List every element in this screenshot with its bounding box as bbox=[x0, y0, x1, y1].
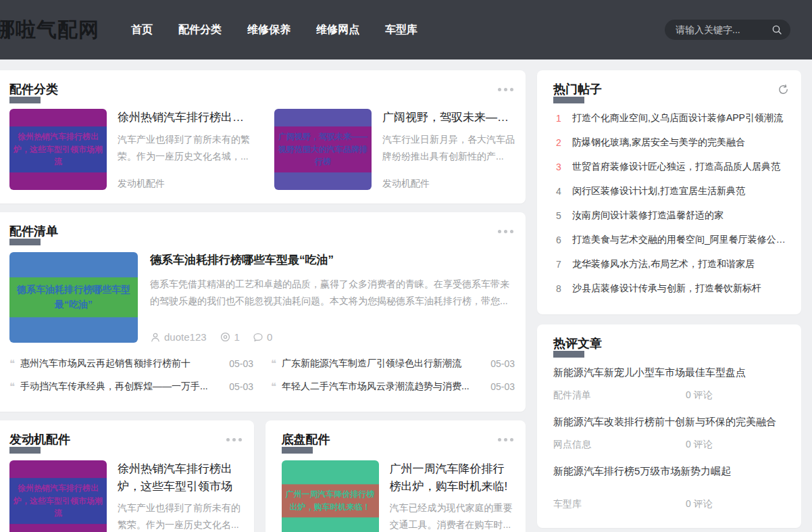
post-title[interactable]: 闵行区装修设计计划,打造宜居生活新典范 bbox=[572, 185, 790, 197]
post-title[interactable]: 防爆钢化玻璃,家居安全与美学的完美融合 bbox=[572, 137, 790, 149]
hot-post-item[interactable]: 7 龙华装修风水方法,布局艺术，打造和谐家居 bbox=[553, 252, 790, 276]
article-item[interactable]: 徐州热销汽车排行榜出炉，这些车型引领市场潮流 徐州热销汽车排行榜出炉，这些车型引… bbox=[9, 460, 243, 532]
list-item[interactable]: ❝ 年轻人二手汽车市场风云录潮流趋势与消费... 05-03 bbox=[271, 375, 515, 398]
article-thumbnail[interactable]: 徐州热销汽车排行榜出炉，这些车型引领市场潮流 bbox=[9, 460, 107, 532]
section-title-hot-comments: 热评文章 bbox=[553, 335, 602, 352]
link-title[interactable]: 年轻人二手汽车市场风云录潮流趋势与消费... bbox=[282, 381, 481, 393]
article-excerpt: 汽车已经成为现代家庭的重要交通工具。消费者在购车时... bbox=[390, 500, 515, 532]
article-excerpt: 汽车行业日新月异，各大汽车品牌纷纷推出具有创新性的产... bbox=[382, 131, 515, 165]
article-thumbnail[interactable]: 徐州热销汽车排行榜出炉，这些车型引领市场潮流 bbox=[9, 109, 107, 190]
hot-post-item[interactable]: 3 世贸首府装修设计匠心独运，打造高品质人居典范 bbox=[553, 155, 790, 179]
rank-badge: 2 bbox=[553, 137, 564, 148]
article-title[interactable]: 徐州热销汽车排行榜出炉，这些车型引领市场潮流 bbox=[118, 460, 243, 495]
list-item[interactable]: ❝ 手动挡汽车传承经典，再创辉煌——一万手... 05-03 bbox=[9, 375, 253, 398]
link-title[interactable]: 广东新能源汽车制造厂引领绿色出行新潮流 bbox=[282, 358, 481, 370]
views-icon bbox=[220, 331, 231, 343]
title-accent bbox=[9, 447, 41, 454]
article-title[interactable]: 徐州热销汽车排行榜出炉，... bbox=[118, 109, 250, 126]
article-title[interactable]: 德系车油耗排行榜哪些车型最“吃油” bbox=[150, 252, 515, 268]
nav-item-car-models[interactable]: 车型库 bbox=[372, 16, 430, 44]
section-title-engine-parts: 发动机配件 bbox=[9, 431, 70, 448]
post-title[interactable]: 打造个化商业空间,义乌店面设计装修APP引领潮流 bbox=[572, 112, 790, 124]
article-category-link[interactable]: 发动机配件 bbox=[382, 178, 515, 190]
parts-category-card: 配件分类 徐州热销汽车排行榜出炉，这些车型引领市场潮流 徐州热销汽车排行榜出炉，… bbox=[0, 70, 526, 203]
hot-post-item[interactable]: 6 打造美食与艺术交融的用餐空间_阿里餐厅装修公司... bbox=[553, 228, 790, 252]
thumbnail-caption: 徐州热销汽车排行榜出炉，这些车型引领市场潮流 bbox=[9, 126, 107, 172]
thumbnail-caption: 德系车油耗排行榜哪些车型最“吃油” bbox=[9, 277, 138, 317]
more-menu-icon[interactable] bbox=[497, 85, 515, 94]
nav-item-repair-shops[interactable]: 维修网点 bbox=[303, 16, 372, 44]
article-title[interactable]: 新能源汽车改装排行榜前十创新与环保的完美融合 bbox=[553, 414, 776, 430]
views-count: 1 bbox=[234, 331, 240, 343]
section-title-chassis-parts: 底盘配件 bbox=[282, 431, 330, 448]
search-box[interactable] bbox=[665, 20, 790, 40]
article-excerpt: 德系车凭借其精湛的工艺和卓越的品质，赢得了众多消费者的青睐。在享受德系车带来的驾… bbox=[150, 276, 515, 310]
article-title[interactable]: 新能源汽车新宠儿小型车市场最佳车型盘点 bbox=[553, 364, 776, 381]
refresh-icon[interactable] bbox=[776, 82, 790, 97]
quote-icon: ❝ bbox=[9, 358, 15, 370]
section-title-parts-list: 配件清单 bbox=[9, 223, 58, 240]
hot-post-item[interactable]: 4 闵行区装修设计计划,打造宜居生活新典范 bbox=[553, 179, 790, 203]
hot-post-item[interactable]: 2 防爆钢化玻璃,家居安全与美学的完美融合 bbox=[553, 130, 790, 155]
link-title[interactable]: 手动挡汽车传承经典，再创辉煌——一万手... bbox=[20, 381, 220, 393]
link-title[interactable]: 惠州汽车市场风云再起销售额排行榜前十 bbox=[20, 358, 220, 370]
article-title[interactable]: 广州一周汽车降价排行榜出炉，购车时机来临! bbox=[390, 460, 515, 495]
article-thumbnail[interactable]: 广州一周汽车降价排行榜出炉，购车时机来临！ bbox=[282, 460, 379, 532]
top-navigation-bar: 哪啦气配网 首页 配件分类 维修保养 维修网点 车型库 bbox=[0, 0, 812, 59]
featured-article[interactable]: 德系车油耗排行榜哪些车型最“吃油” 德系车油耗排行榜哪些车型最“吃油” 德系车凭… bbox=[9, 252, 515, 343]
comments-count: 0 bbox=[267, 331, 272, 343]
site-logo[interactable]: 哪啦气配网 bbox=[0, 16, 99, 44]
article-title[interactable]: 新能源汽车排行榜5万级市场新势力崛起 bbox=[553, 463, 776, 479]
rank-badge: 6 bbox=[553, 235, 564, 245]
more-menu-icon[interactable] bbox=[225, 435, 243, 444]
post-title[interactable]: 沙县店装修设计传承与创新，打造餐饮新标杆 bbox=[572, 283, 790, 295]
rank-badge: 5 bbox=[553, 210, 564, 221]
article-thumbnail[interactable]: 广阔视野，驾驭未来——视野范围大的汽车品牌排行榜 bbox=[274, 109, 372, 190]
list-item[interactable]: ❝ 广东新能源汽车制造厂引领绿色出行新潮流 05-03 bbox=[271, 352, 515, 375]
title-accent bbox=[282, 447, 313, 454]
hot-comment-item[interactable]: 新能源汽车新宠儿小型车市场最佳车型盘点 配件清单 0 评论 bbox=[553, 364, 790, 402]
article-thumbnail[interactable]: 德系车油耗排行榜哪些车型最“吃油” bbox=[9, 252, 138, 343]
rank-badge: 1 bbox=[553, 113, 564, 124]
article-item[interactable]: 徐州热销汽车排行榜出炉，这些车型引领市场潮流 徐州热销汽车排行榜出炉，... 汽… bbox=[9, 109, 250, 190]
title-accent bbox=[9, 239, 41, 245]
thumbnail-caption: 广州一周汽车降价排行榜出炉，购车时机来临！ bbox=[282, 484, 379, 517]
main-nav: 首页 配件分类 维修保养 维修网点 车型库 bbox=[118, 16, 430, 44]
quote-icon: ❝ bbox=[271, 358, 276, 370]
post-title[interactable]: 汝南房间设计装修打造温馨舒适的家 bbox=[572, 210, 790, 222]
more-menu-icon[interactable] bbox=[497, 435, 515, 444]
article-item[interactable]: 广州一周汽车降价排行榜出炉，购车时机来临！ 广州一周汽车降价排行榜出炉，购车时机… bbox=[282, 460, 515, 532]
author-name: duote123 bbox=[164, 331, 207, 343]
nav-item-parts-category[interactable]: 配件分类 bbox=[166, 16, 234, 44]
more-menu-icon[interactable] bbox=[497, 227, 515, 236]
post-title[interactable]: 龙华装修风水方法,布局艺术，打造和谐家居 bbox=[572, 258, 790, 270]
article-item[interactable]: 广阔视野，驾驭未来——视野范围大的汽车品牌排行榜 广阔视野，驾驭未来——视...… bbox=[274, 109, 515, 190]
link-date: 05-03 bbox=[490, 381, 515, 392]
post-title[interactable]: 打造美食与艺术交融的用餐空间_阿里餐厅装修公司... bbox=[572, 234, 790, 246]
link-date: 05-03 bbox=[490, 358, 515, 369]
article-category-link[interactable]: 配件清单 bbox=[553, 389, 686, 402]
hot-comment-item[interactable]: 新能源汽车改装排行榜前十创新与环保的完美融合 网点信息 0 评论 bbox=[553, 414, 790, 451]
article-title[interactable]: 广阔视野，驾驭未来——视... bbox=[382, 109, 515, 126]
chassis-parts-card: 底盘配件 广州一周汽车降价排行榜出炉，购车时机来临！ 广州一周汽车降价排行榜出炉… bbox=[265, 420, 526, 532]
article-category-link[interactable]: 车型库 bbox=[553, 498, 686, 510]
engine-parts-card: 发动机配件 徐州热销汽车排行榜出炉，这些车型引领市场潮流 徐州热销汽车排行榜出炉… bbox=[0, 420, 254, 532]
hot-post-item[interactable]: 1 打造个化商业空间,义乌店面设计装修APP引领潮流 bbox=[553, 106, 790, 130]
article-category-link[interactable]: 网点信息 bbox=[553, 439, 686, 451]
parts-list-card: 配件清单 德系车油耗排行榜哪些车型最“吃油” 德系车油耗排行榜哪些车型最“吃油”… bbox=[0, 212, 526, 412]
rank-badge: 7 bbox=[553, 259, 564, 270]
author-icon bbox=[150, 332, 161, 343]
rank-badge: 8 bbox=[553, 283, 564, 294]
nav-item-maintenance[interactable]: 维修保养 bbox=[234, 16, 303, 44]
hot-post-item[interactable]: 8 沙县店装修设计传承与创新，打造餐饮新标杆 bbox=[553, 276, 790, 301]
post-title[interactable]: 世贸首府装修设计匠心独运，打造高品质人居典范 bbox=[572, 161, 790, 173]
search-input[interactable] bbox=[676, 24, 771, 35]
article-category-link[interactable]: 发动机配件 bbox=[118, 178, 250, 190]
hot-post-item[interactable]: 5 汝南房间设计装修打造温馨舒适的家 bbox=[553, 203, 790, 228]
article-excerpt: 汽车产业也得到了前所未有的繁荣。作为一座历史文化名... bbox=[118, 500, 243, 532]
hot-comment-item[interactable]: 新能源汽车排行榜5万级市场新势力崛起 车型库 0 评论 bbox=[553, 463, 790, 510]
nav-item-home[interactable]: 首页 bbox=[118, 16, 166, 44]
search-icon[interactable] bbox=[771, 24, 782, 35]
list-item[interactable]: ❝ 惠州汽车市场风云再起销售额排行榜前十 05-03 bbox=[9, 352, 253, 375]
rank-badge: 3 bbox=[553, 162, 564, 172]
